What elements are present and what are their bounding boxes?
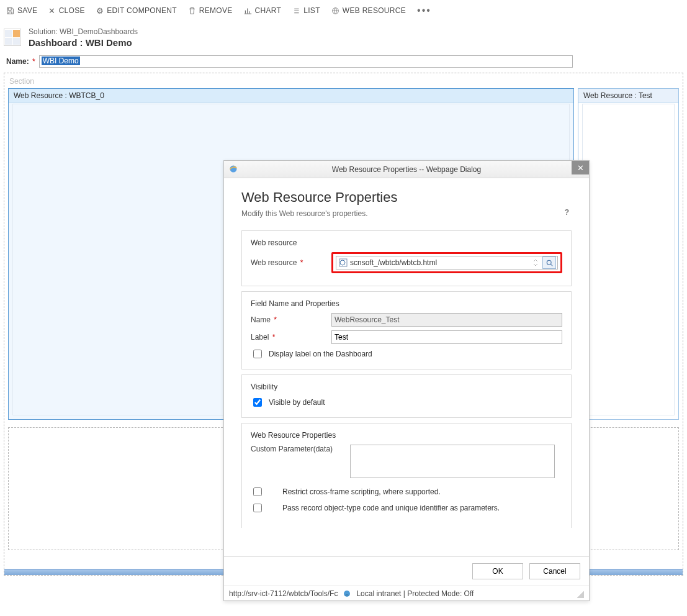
display-label-row: Display label on the Dashboard <box>251 348 562 360</box>
dashboard-title-line: Dashboard : WBI Demo <box>29 37 138 48</box>
panel-title: Field Name and Properties <box>251 299 562 308</box>
chart-label: CHART <box>255 6 282 15</box>
dashboard-name-input[interactable]: WBI Demo <box>39 55 573 68</box>
panel-title: Web resource <box>251 238 562 247</box>
dialog-body: Web Resource Properties Modify this Web … <box>224 178 589 556</box>
tile-header: Web Resource : Test <box>578 89 678 103</box>
custom-param-label: Custom Parameter(data) <box>251 445 344 453</box>
label-row: Label * <box>251 330 562 344</box>
web-resource-label: Web resource * <box>251 258 325 267</box>
pass-record-row: Pass record object-type code and unique … <box>251 502 562 514</box>
globe-icon <box>331 7 339 15</box>
custom-param-row: Custom Parameter(data) <box>251 445 562 478</box>
name-field-row: Name: * WBI Demo <box>0 52 687 73</box>
dialog-footer: OK Cancel <box>224 556 589 586</box>
web-resource-row: Web resource * scnsoft_/wbtcb/wbtcb.html <box>251 252 562 273</box>
list-icon <box>292 7 300 15</box>
command-bar: SAVE ✕ CLOSE ⚙ EDIT COMPONENT REMOVE CHA… <box>0 0 687 21</box>
tile-header: Web Resource : WBTCB_0 <box>9 89 573 103</box>
dashboard-name-value: WBI Demo <box>42 57 80 65</box>
dialog-status-bar: http://srv-ict-7112/wbtcb/Tools/Fc Local… <box>224 586 589 600</box>
visible-default-row: Visible by default <box>251 396 562 409</box>
svg-point-1 <box>230 166 237 173</box>
close-label: CLOSE <box>59 6 85 15</box>
dialog-title-bar: Web Resource Properties -- Webpage Dialo… <box>224 161 589 178</box>
dialog-close-button[interactable]: ✕ <box>572 161 589 174</box>
solution-label: Solution: <box>29 27 58 36</box>
ok-button[interactable]: OK <box>472 563 523 579</box>
dialog-title: Web Resource Properties -- Webpage Dialo… <box>332 165 481 174</box>
name-label: Name * <box>251 315 325 324</box>
save-button[interactable]: SAVE <box>6 6 37 15</box>
display-label-text: Display label on the Dashboard <box>269 350 372 358</box>
close-icon: ✕ <box>577 163 584 173</box>
solution-line: Solution: WBI_DemoDashboards <box>29 27 138 36</box>
name-label: Name: * <box>6 57 35 66</box>
panel-field-name: Field Name and Properties Name * Label *… <box>241 291 572 369</box>
web-resource-lookup[interactable]: scnsoft_/wbtcb/wbtcb.html <box>336 256 558 270</box>
custom-param-input[interactable] <box>350 445 555 478</box>
panel-web-resource: Web resource Web resource * scnsoft_/wbt… <box>241 230 572 286</box>
restrict-row: Restrict cross-frame scripting, where su… <box>251 486 562 498</box>
cancel-button[interactable]: Cancel <box>529 563 580 579</box>
web-resource-button[interactable]: WEB RESOURCE <box>331 6 406 15</box>
spinner-icon[interactable] <box>531 257 540 268</box>
list-label: LIST <box>303 6 320 15</box>
pass-record-text: Pass record object-type code and unique … <box>282 504 500 512</box>
dashboard-form-icon <box>4 29 21 46</box>
save-icon <box>6 7 14 15</box>
panel-wr-properties: Web Resource Properties Custom Parameter… <box>241 423 572 528</box>
lookup-search-button[interactable] <box>542 256 556 269</box>
dialog-subheading: Modify this Web resource's properties. <box>241 209 572 218</box>
edit-component-button[interactable]: ⚙ EDIT COMPONENT <box>96 6 177 16</box>
close-button[interactable]: ✕ CLOSE <box>48 6 85 16</box>
restrict-scripting-text: Restrict cross-frame scripting, where su… <box>282 487 441 496</box>
display-label-checkbox[interactable] <box>253 350 262 358</box>
web-resource-highlight: scnsoft_/wbtcb/wbtcb.html <box>331 252 562 273</box>
web-resource-properties-dialog: Web Resource Properties -- Webpage Dialo… <box>223 160 590 601</box>
search-icon <box>546 259 554 267</box>
html-file-icon <box>339 258 348 267</box>
panel-title: Visibility <box>251 383 562 391</box>
gear-icon: ⚙ <box>96 6 104 16</box>
ie-icon <box>229 165 238 173</box>
pass-record-checkbox[interactable] <box>253 504 262 512</box>
restrict-scripting-checkbox[interactable] <box>253 487 262 496</box>
trash-icon <box>188 7 196 15</box>
name-input <box>331 313 562 327</box>
form-header: Solution: WBI_DemoDashboards Dashboard :… <box>0 21 687 52</box>
resize-grip-icon[interactable] <box>575 589 584 598</box>
panel-visibility: Visibility Visible by default <box>241 374 572 418</box>
remove-label: REMOVE <box>199 6 233 15</box>
tile-body <box>582 104 675 415</box>
section-label: Section <box>4 73 683 88</box>
more-commands-button[interactable]: ••• <box>417 5 431 16</box>
remove-button[interactable]: REMOVE <box>188 6 233 15</box>
form-type-label: Dashboard : <box>29 37 83 48</box>
list-button[interactable]: LIST <box>292 6 320 15</box>
status-url: http://srv-ict-7112/wbtcb/Tools/Fc <box>229 589 338 598</box>
status-zone: Local intranet | Protected Mode: Off <box>356 589 474 598</box>
web-resource-label: WEB RESOURCE <box>343 6 406 15</box>
label-label: Label * <box>251 333 325 342</box>
svg-point-5 <box>344 591 350 597</box>
label-input[interactable] <box>331 330 562 344</box>
panel-title: Web Resource Properties <box>251 431 562 440</box>
visible-default-checkbox[interactable] <box>253 398 262 407</box>
chart-icon <box>244 7 252 15</box>
help-button[interactable]: ? <box>565 208 569 217</box>
web-resource-value: scnsoft_/wbtcb/wbtcb.html <box>350 258 531 267</box>
visible-default-text: Visible by default <box>269 398 325 407</box>
svg-point-4 <box>547 260 551 265</box>
edit-component-label: EDIT COMPONENT <box>107 6 177 15</box>
zone-icon <box>343 589 351 598</box>
solution-name: WBI_DemoDashboards <box>60 27 138 36</box>
tile-web-resource-test[interactable]: Web Resource : Test <box>578 88 679 420</box>
form-title: WBI Demo <box>86 37 132 48</box>
chart-button[interactable]: CHART <box>244 6 282 15</box>
close-icon: ✕ <box>48 6 55 16</box>
dialog-heading: Web Resource Properties <box>241 189 572 206</box>
name-row: Name * <box>251 313 562 327</box>
save-label: SAVE <box>17 6 37 15</box>
empty-tile[interactable] <box>8 427 229 550</box>
